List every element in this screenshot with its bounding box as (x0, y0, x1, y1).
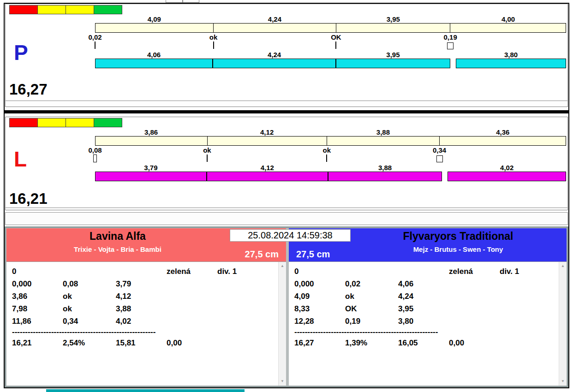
result-row: 0,0000,083,79 (12, 278, 276, 290)
traffic-light-segment (37, 118, 66, 127)
marker-row: 0,02okOK0,19 (95, 33, 566, 42)
result-cell: zelená (167, 265, 217, 278)
result-cell (167, 278, 217, 290)
result-row: 11,860,344,02 (12, 315, 276, 327)
lane-letter: P (14, 42, 28, 63)
result-cell: ok (345, 290, 398, 303)
changeover-marker: ok (323, 146, 331, 154)
scrollbar[interactable]: ▲ ▼ (278, 262, 286, 386)
team-results[interactable]: 0zelenádiv. 10,0000,024,064,09ok4,248,33… (289, 261, 567, 386)
traffic-light-segment (66, 5, 94, 14)
segment-time: 3,86 (95, 128, 207, 136)
result-row: 8,33OK3,95 (294, 303, 556, 315)
scroll-up-icon[interactable]: ▲ (559, 262, 567, 270)
result-cell: zelená (449, 265, 500, 278)
traffic-light-segment (37, 5, 66, 14)
upper-time-bar (95, 136, 566, 146)
scoreboard: Lavina Alfa Trixie - Vojta - Bria - Bamb… (5, 226, 568, 387)
changeover-marker: 0,34 (433, 146, 446, 154)
time-bar-segment (336, 24, 450, 32)
result-cell: 16,05 (398, 337, 449, 349)
result-row: 0,0000,024,06 (294, 278, 556, 290)
changeover-marker: OK (331, 33, 341, 41)
result-cell (217, 290, 276, 303)
segment-time: 3,88 (328, 164, 442, 172)
result-cell: 4,24 (398, 290, 449, 303)
time-bar-segment (95, 172, 207, 181)
time-bar-segment (213, 24, 336, 32)
scroll-down-icon[interactable]: ▼ (279, 378, 286, 385)
time-bar-segment (456, 59, 566, 68)
team-name: Lavina Alfa (6, 230, 229, 243)
lower-times-row: 3,794,123,884,02 (95, 164, 566, 172)
result-cell: 3,86 (12, 290, 63, 303)
result-cell (167, 290, 217, 303)
result-cell (500, 290, 556, 303)
result-cell: 8,33 (294, 303, 345, 315)
tick-row (95, 42, 566, 51)
traffic-light-segment (9, 5, 38, 14)
boundary-tick (95, 42, 96, 49)
result-cell: 7,98 (12, 303, 63, 315)
result-cell: 3,79 (116, 278, 167, 290)
result-cell: 0,000 (12, 278, 63, 290)
lane-bottom-strip (6, 101, 567, 107)
scroll-up-icon[interactable]: ▲ (279, 262, 286, 270)
team-members: Trixie - Vojta - Bria - Bambi (6, 245, 229, 253)
result-cell (449, 315, 500, 327)
time-bar-segment (448, 172, 566, 181)
time-bar-segment (207, 137, 327, 145)
segment-time: 4,24 (213, 51, 336, 59)
time-bar-segment (327, 137, 439, 145)
changeover-marker: 0,08 (88, 146, 101, 154)
result-cell: 0,00 (167, 337, 217, 349)
team-panel-left: Lavina Alfa Trixie - Vojta - Bria - Bamb… (6, 228, 286, 386)
team-name: Flyvaryors Traditional (350, 230, 567, 243)
result-cell (500, 337, 556, 349)
separator-line: ----------------------------------------… (12, 327, 276, 337)
segment-time: 4,24 (214, 15, 336, 23)
upper-times-row: 3,864,123,884,36 (95, 128, 566, 136)
result-cell: 12,28 (294, 315, 345, 327)
result-cell (167, 315, 217, 327)
scrollbar[interactable]: ▲ ▼ (559, 262, 567, 386)
result-cell: OK (345, 303, 398, 315)
boundary-tick (326, 154, 327, 162)
segment-time: 3,80 (456, 51, 566, 59)
lane-bottom-strip (6, 208, 567, 210)
team-results[interactable]: 0zelenádiv. 10,0000,083,793,86ok4,127,98… (6, 261, 286, 386)
result-cell: 15,81 (116, 337, 167, 349)
boundary-tick (207, 154, 208, 162)
start-indicator-box (93, 154, 97, 162)
taskbar-fragment (46, 389, 245, 392)
result-cell (63, 265, 116, 278)
lower-times-row: 4,064,243,953,80 (95, 51, 566, 59)
result-cell: 16,21 (12, 337, 63, 349)
timing-app-window: P 4,094,243,954,00 0,02okOK0,19 4,064,24… (4, 3, 569, 388)
time-bar-segment (328, 172, 442, 181)
lane-total: 16,27 (9, 81, 48, 98)
jump-height: 27,5 cm (296, 249, 330, 260)
lane-divider (5, 110, 568, 113)
result-cell: 11,86 (12, 315, 63, 327)
result-cell (449, 290, 500, 303)
result-cell: 0,34 (63, 315, 116, 327)
fault-checkbox[interactable] (447, 42, 454, 49)
segment-time: 4,02 (448, 164, 566, 172)
result-cell (345, 265, 398, 278)
result-cell: 4,06 (398, 278, 449, 290)
boundary-tick (213, 42, 214, 49)
lane-track: 3,864,123,884,36 0,08okok0,34 3,794,123,… (95, 128, 566, 181)
result-row: 3,86ok4,12 (12, 290, 276, 303)
result-cell: 4,12 (116, 290, 167, 303)
upper-times-row: 4,094,243,954,00 (95, 15, 566, 23)
time-bar-segment (96, 137, 207, 145)
fault-checkbox[interactable] (436, 155, 443, 162)
time-bar-segment (96, 24, 213, 32)
result-cell: ok (63, 290, 116, 303)
result-row: 7,98ok3,88 (12, 303, 276, 315)
changeover-marker: 0,19 (444, 33, 457, 41)
result-cell: 0 (294, 265, 345, 278)
scroll-down-icon[interactable]: ▼ (559, 378, 567, 385)
result-cell: 0,08 (63, 278, 116, 290)
